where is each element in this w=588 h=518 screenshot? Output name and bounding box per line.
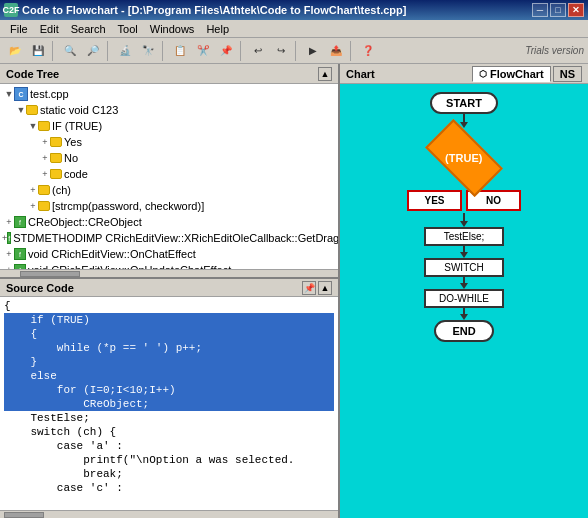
chart-tabs: ⬡ FlowChart NS — [472, 66, 582, 82]
toolbar-zoomin[interactable]: 🔬 — [114, 40, 136, 62]
tree-scrollbar-thumb[interactable] — [20, 271, 80, 277]
toolbar-undo[interactable]: ↩ — [247, 40, 269, 62]
source-pin[interactable]: 📌 — [302, 281, 316, 295]
code-tree-header: Code Tree ▲ — [0, 64, 338, 84]
toolbar: 📂 💾 🔍 🔎 🔬 🔭 📋 ✂️ 📌 ↩ ↪ ▶ 📤 ❓ Trials vers… — [0, 38, 588, 64]
func-icon: f — [7, 232, 11, 244]
code-tree-content[interactable]: ▼ C test.cpp ▼ static void C123 ▼ IF (TR… — [0, 84, 338, 269]
connector-1 — [463, 114, 465, 122]
source-code-header: Source Code 📌 ▲ — [0, 277, 338, 297]
tree-item-code[interactable]: + code — [0, 166, 338, 182]
chart-header: Chart ⬡ FlowChart NS — [340, 64, 588, 84]
connector-2 — [463, 213, 465, 221]
menu-tool[interactable]: Tool — [112, 22, 144, 36]
tree-expand-icon[interactable]: + — [40, 137, 50, 147]
menu-edit[interactable]: Edit — [34, 22, 65, 36]
tree-expand-icon[interactable]: + — [4, 217, 14, 227]
tree-item-yes[interactable]: + Yes — [0, 134, 338, 150]
code-tree-collapse[interactable]: ▲ — [318, 67, 332, 81]
title-controls: ─ □ ✕ — [532, 3, 584, 17]
flow-start: START — [430, 92, 498, 128]
chart-content[interactable]: START (TRUE) YES NO TestEls — [340, 84, 588, 518]
code-line-13: break; — [4, 467, 334, 481]
source-scrollbar[interactable] — [0, 510, 338, 518]
tree-expand-icon[interactable]: ▼ — [28, 121, 38, 131]
code-tree-title: Code Tree — [6, 68, 59, 80]
tree-label: code — [64, 168, 88, 180]
app-icon: C2F — [4, 3, 18, 17]
tree-item-ch[interactable]: + (ch) — [0, 182, 338, 198]
tree-label: CReObject::CReObject — [28, 216, 142, 228]
start-shape: START — [430, 92, 498, 114]
tree-item-no[interactable]: + No — [0, 150, 338, 166]
tab-ns[interactable]: NS — [553, 66, 582, 82]
toolbar-zoomout[interactable]: 🔭 — [137, 40, 159, 62]
cpp-icon: C — [14, 87, 28, 101]
code-line-2: if (TRUE) — [4, 313, 334, 327]
tree-label: void CRichEditView::OnChatEffect — [28, 248, 196, 260]
menu-windows[interactable]: Windows — [144, 22, 201, 36]
tree-item-onupdatechat[interactable]: + f void CRichEditView::OnUpdateChatEffe… — [0, 262, 338, 269]
code-line-10: switch (ch) { — [4, 425, 334, 439]
yes-shape: YES — [407, 190, 462, 211]
toolbar-sep-2 — [107, 41, 111, 61]
menu-help[interactable]: Help — [200, 22, 235, 36]
folder-icon — [38, 201, 50, 211]
window-title: Code to Flowchart - [D:\Program Files\At… — [22, 4, 532, 16]
tree-label: IF (TRUE) — [52, 120, 102, 132]
folder-icon — [50, 169, 62, 179]
tree-label: static void C123 — [40, 104, 118, 116]
tree-item-iftrue[interactable]: ▼ IF (TRUE) — [0, 118, 338, 134]
tree-item-testcpp[interactable]: ▼ C test.cpp — [0, 86, 338, 102]
menu-search[interactable]: Search — [65, 22, 112, 36]
tree-expand-icon[interactable]: ▼ — [16, 105, 26, 115]
tree-item-staticvoid[interactable]: ▼ static void C123 — [0, 102, 338, 118]
toolbar-copy[interactable]: 📋 — [169, 40, 191, 62]
tree-expand-icon[interactable]: + — [4, 249, 14, 259]
yes-no-row: YES NO — [407, 190, 521, 211]
source-expand[interactable]: ▲ — [318, 281, 332, 295]
toolbar-help[interactable]: ❓ — [357, 40, 379, 62]
condition-label: (TRUE) — [445, 152, 482, 164]
toolbar-redo[interactable]: ↪ — [270, 40, 292, 62]
toolbar-sep-4 — [240, 41, 244, 61]
chart-title: Chart — [346, 68, 375, 80]
menu-file[interactable]: File — [4, 22, 34, 36]
folder-icon — [38, 121, 50, 131]
tree-expand-icon[interactable]: + — [40, 153, 50, 163]
toolbar-export[interactable]: 📤 — [325, 40, 347, 62]
tree-expand-icon[interactable]: ▼ — [4, 89, 14, 99]
minimize-button[interactable]: ─ — [532, 3, 548, 17]
tree-expand-icon[interactable]: + — [40, 169, 50, 179]
close-button[interactable]: ✕ — [568, 3, 584, 17]
toolbar-sep-1 — [52, 41, 56, 61]
source-scrollbar-thumb[interactable] — [4, 512, 44, 518]
tree-expand-icon[interactable]: + — [28, 185, 38, 195]
toolbar-cut[interactable]: ✂️ — [192, 40, 214, 62]
folder-icon — [50, 137, 62, 147]
toolbar-paste[interactable]: 📌 — [215, 40, 237, 62]
tree-expand-icon[interactable]: + — [28, 201, 38, 211]
tree-item-creobject[interactable]: + f CReObject::CReObject — [0, 214, 338, 230]
source-code-content[interactable]: { if (TRUE) { while (*p == ' ') p++; } e… — [0, 297, 338, 510]
toolbar-run[interactable]: ▶ — [302, 40, 324, 62]
tree-item-onchat[interactable]: + f void CRichEditView::OnChatEffect — [0, 246, 338, 262]
toolbar-save[interactable]: 💾 — [27, 40, 49, 62]
tree-label: No — [64, 152, 78, 164]
tree-item-stdmethod[interactable]: + f STDMETHODIMP CRichEditView::XRichEdi… — [0, 230, 338, 246]
tab-flowchart[interactable]: ⬡ FlowChart — [472, 66, 551, 82]
toolbar-open[interactable]: 📂 — [4, 40, 26, 62]
diamond-wrapper: (TRUE) — [424, 128, 504, 188]
switch-shape: SWITCH — [424, 258, 504, 277]
code-line-1: { — [4, 299, 334, 313]
tree-item-strcmp[interactable]: + [strcmp(password, checkword)] — [0, 198, 338, 214]
code-line-5: } — [4, 355, 334, 369]
folder-icon — [38, 185, 50, 195]
toolbar-search[interactable]: 🔍 — [59, 40, 81, 62]
condition-diamond: (TRUE) — [425, 119, 503, 197]
source-header-controls: 📌 ▲ — [302, 281, 332, 295]
main-content: Code Tree ▲ ▼ C test.cpp ▼ static void C… — [0, 64, 588, 518]
toolbar-replace[interactable]: 🔎 — [82, 40, 104, 62]
tree-scrollbar[interactable] — [0, 269, 338, 277]
maximize-button[interactable]: □ — [550, 3, 566, 17]
